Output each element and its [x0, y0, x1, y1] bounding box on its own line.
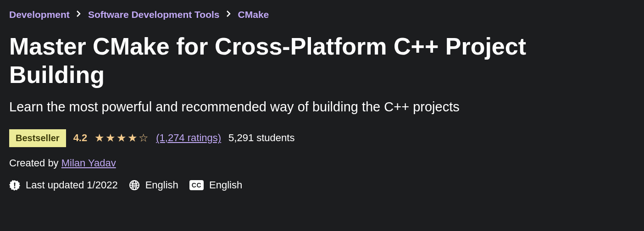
creator-row: Created by Milan Yadav [9, 157, 635, 169]
star-icon: ★ [105, 132, 116, 143]
last-updated-text: Last updated 1/2022 [26, 179, 118, 191]
breadcrumb-link-cmake[interactable]: CMake [238, 9, 269, 20]
language-info: English [129, 179, 178, 191]
bestseller-badge: Bestseller [9, 129, 66, 147]
star-icon: ★ [128, 132, 138, 143]
star-outline-icon: ☆ [139, 132, 149, 143]
chevron-right-icon [76, 10, 82, 20]
meta-row: Bestseller 4.2 ★ ★ ★ ★ ☆ (1,274 ratings)… [9, 129, 635, 147]
captions-info: CC English [189, 179, 242, 191]
info-row: Last updated 1/2022 English CC English [9, 179, 635, 191]
rating-stars: ★ ★ ★ ★ ☆ [94, 132, 149, 143]
creator-label: Created by [9, 157, 61, 169]
students-count: 5,291 students [228, 132, 294, 144]
ratings-link[interactable]: (1,274 ratings) [156, 132, 221, 144]
rating-value: 4.2 [73, 132, 88, 144]
alert-icon [9, 180, 20, 191]
breadcrumb-link-tools[interactable]: Software Development Tools [88, 9, 220, 20]
captions-text: English [209, 179, 242, 191]
cc-icon: CC [189, 180, 204, 190]
language-text: English [145, 179, 178, 191]
globe-icon [129, 180, 140, 191]
chevron-right-icon [226, 10, 232, 20]
course-title: Master CMake for Cross-Platform C++ Proj… [9, 32, 605, 89]
last-updated: Last updated 1/2022 [9, 179, 118, 191]
breadcrumb: Development Software Development Tools C… [9, 9, 635, 20]
course-subtitle: Learn the most powerful and recommended … [9, 99, 635, 115]
star-icon: ★ [94, 132, 105, 143]
star-icon: ★ [117, 132, 127, 143]
creator-link[interactable]: Milan Yadav [61, 157, 116, 169]
breadcrumb-link-development[interactable]: Development [9, 9, 70, 20]
